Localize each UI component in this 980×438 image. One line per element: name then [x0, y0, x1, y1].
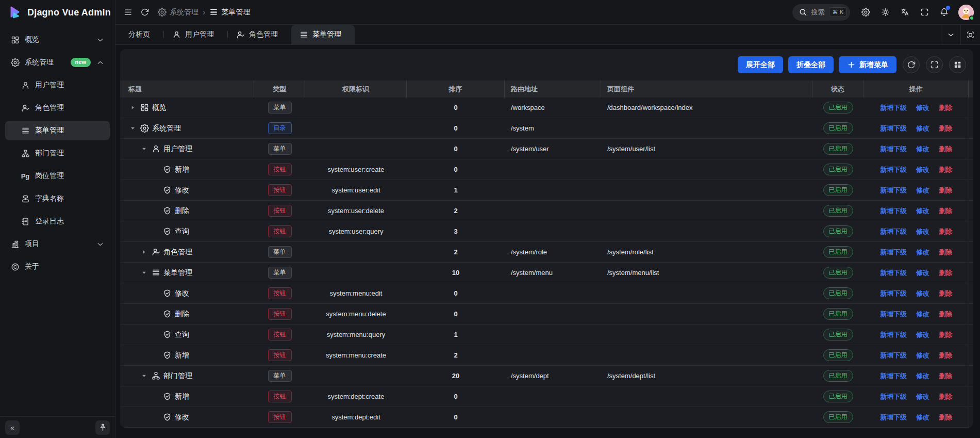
add-child-link[interactable]: 新增下级: [880, 268, 907, 278]
delete-link[interactable]: 删除: [939, 268, 952, 278]
add-menu-button[interactable]: 新增菜单: [839, 56, 896, 73]
delete-link[interactable]: 删除: [939, 371, 952, 381]
edit-link[interactable]: 修改: [916, 227, 929, 236]
settings-button[interactable]: [857, 4, 874, 21]
delete-link[interactable]: 删除: [939, 413, 952, 422]
collapse-sidebar-button[interactable]: «: [5, 420, 20, 435]
add-child-link[interactable]: 新增下级: [880, 351, 907, 360]
delete-link[interactable]: 删除: [939, 186, 952, 195]
add-child-link[interactable]: 新增下级: [880, 392, 907, 401]
language-button[interactable]: [896, 4, 913, 21]
add-child-link[interactable]: 新增下级: [880, 144, 907, 154]
delete-link[interactable]: 删除: [939, 103, 952, 112]
delete-link[interactable]: 删除: [939, 124, 952, 133]
edit-link[interactable]: 修改: [916, 289, 929, 298]
refresh-page-button[interactable]: [136, 4, 153, 21]
table-fullscreen-button[interactable]: [926, 56, 943, 73]
user-icon: [172, 30, 181, 39]
sidebar-item-字典名称[interactable]: 字典名称: [5, 189, 110, 208]
tree-toggle-icon[interactable]: [140, 373, 148, 379]
add-child-link[interactable]: 新增下级: [880, 186, 907, 195]
edit-link[interactable]: 修改: [916, 206, 929, 216]
delete-link[interactable]: 删除: [939, 351, 952, 360]
edit-link[interactable]: 修改: [916, 371, 929, 381]
add-child-link[interactable]: 新增下级: [880, 413, 907, 422]
edit-link[interactable]: 修改: [916, 310, 929, 319]
sidebar-item-菜单管理[interactable]: 菜单管理: [5, 121, 110, 140]
tree-toggle-icon[interactable]: [140, 270, 148, 275]
edit-link[interactable]: 修改: [916, 248, 929, 257]
sidebar-item-登录日志[interactable]: 登录日志: [5, 212, 110, 231]
edit-link[interactable]: 修改: [916, 413, 929, 422]
delete-link[interactable]: 删除: [939, 289, 952, 298]
delete-link[interactable]: 删除: [939, 227, 952, 236]
edit-link[interactable]: 修改: [916, 330, 929, 339]
add-child-link[interactable]: 新增下级: [880, 289, 907, 298]
menu-toggle-button[interactable]: [120, 4, 136, 21]
delete-link[interactable]: 删除: [939, 392, 952, 401]
tree-toggle-icon[interactable]: [140, 146, 148, 152]
delete-link[interactable]: 删除: [939, 310, 952, 319]
edit-link[interactable]: 修改: [916, 186, 929, 195]
add-child-link[interactable]: 新增下级: [880, 248, 907, 257]
delete-link[interactable]: 删除: [939, 206, 952, 216]
cell-title: 新增: [120, 345, 254, 365]
tree-toggle-icon[interactable]: [128, 105, 137, 110]
theme-toggle-button[interactable]: [877, 4, 893, 21]
delete-link[interactable]: 删除: [939, 330, 952, 339]
tab-角色管理[interactable]: 角色管理: [228, 25, 291, 44]
row-title: 概览: [152, 103, 167, 112]
delete-link[interactable]: 删除: [939, 165, 952, 174]
cell-type: 按钮: [254, 221, 305, 241]
edit-link[interactable]: 修改: [916, 392, 929, 401]
edit-link[interactable]: 修改: [916, 268, 929, 278]
sidebar-item-角色管理[interactable]: 角色管理: [5, 98, 110, 118]
add-child-link[interactable]: 新增下级: [880, 165, 907, 174]
user-avatar[interactable]: [958, 5, 974, 20]
logo-row[interactable]: Djagno Vue Admin: [0, 0, 115, 25]
refresh-table-button[interactable]: [903, 56, 920, 73]
notifications-button[interactable]: [936, 4, 952, 21]
tab-菜单管理[interactable]: 菜单管理: [291, 25, 355, 44]
edit-link[interactable]: 修改: [916, 124, 929, 133]
pin-sidebar-button[interactable]: [95, 420, 110, 435]
add-child-link[interactable]: 新增下级: [880, 330, 907, 339]
add-child-link[interactable]: 新增下级: [880, 206, 907, 216]
delete-link[interactable]: 删除: [939, 144, 952, 154]
tree-toggle-icon[interactable]: [128, 125, 137, 131]
column-header-排序: 排序: [407, 80, 505, 98]
breadcrumb-item-current[interactable]: 菜单管理: [209, 8, 250, 17]
sidebar-item-用户管理[interactable]: 用户管理: [5, 75, 110, 95]
cell-component: [601, 159, 812, 180]
edit-link[interactable]: 修改: [916, 165, 929, 174]
add-child-link[interactable]: 新增下级: [880, 124, 907, 133]
collapse-all-button[interactable]: 折叠全部: [788, 56, 834, 73]
delete-link[interactable]: 删除: [939, 248, 952, 257]
sidebar-item-概览[interactable]: 概览: [5, 30, 110, 50]
add-child-link[interactable]: 新增下级: [880, 371, 907, 381]
tab-用户管理[interactable]: 用户管理: [164, 25, 227, 44]
sidebar-item-系统管理[interactable]: 系统管理 new: [5, 53, 110, 72]
edit-link[interactable]: 修改: [916, 144, 929, 154]
tabs-dropdown-button[interactable]: [941, 25, 960, 44]
fullscreen-button[interactable]: [916, 4, 933, 21]
breadcrumb-item-parent[interactable]: 系统管理: [158, 8, 198, 17]
status-badge: 已启用: [823, 267, 853, 279]
column-settings-button[interactable]: [949, 56, 966, 73]
content-fullscreen-button[interactable]: [960, 25, 980, 44]
sidebar-item-岗位管理[interactable]: Pg 岗位管理: [5, 166, 110, 186]
add-child-link[interactable]: 新增下级: [880, 103, 907, 112]
tab-分析页[interactable]: 分析页: [120, 25, 163, 44]
add-child-link[interactable]: 新增下级: [880, 227, 907, 236]
sidebar: Djagno Vue Admin 概览 系统管理 new 用户管理 角色管理 菜…: [0, 0, 115, 438]
sidebar-item-项目[interactable]: 项目: [5, 234, 110, 254]
edit-link[interactable]: 修改: [916, 351, 929, 360]
cell-permission: system:user:edit: [305, 180, 407, 200]
sidebar-item-部门管理[interactable]: 部门管理: [5, 143, 110, 163]
search-input[interactable]: 搜索 ⌘ K: [792, 4, 850, 21]
sidebar-item-关于[interactable]: 关于: [5, 257, 110, 277]
add-child-link[interactable]: 新增下级: [880, 310, 907, 319]
tree-toggle-icon[interactable]: [140, 249, 148, 255]
expand-all-button[interactable]: 展开全部: [738, 56, 783, 73]
edit-link[interactable]: 修改: [916, 103, 929, 112]
